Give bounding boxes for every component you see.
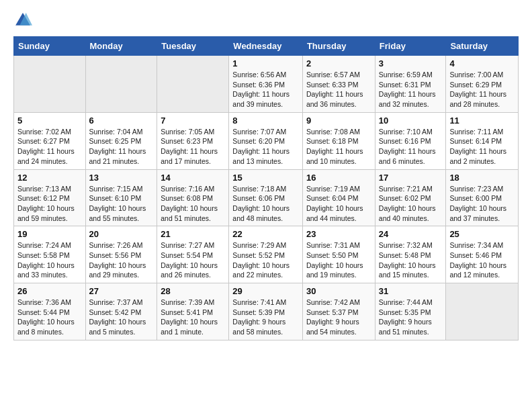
day-info: Sunrise: 7:37 AM Sunset: 5:42 PM Dayligh… [89,298,154,337]
day-info: Sunrise: 7:02 AM Sunset: 6:27 PM Dayligh… [17,127,82,167]
day-info: Sunrise: 7:21 AM Sunset: 6:02 PM Dayligh… [379,184,443,224]
day-header-sunday: Sunday [14,37,86,56]
day-cell-19: 19Sunrise: 7:24 AM Sunset: 5:58 PM Dayli… [14,226,86,283]
day-number: 24 [379,229,443,239]
day-cell-3: 3Sunrise: 6:59 AM Sunset: 6:31 PM Daylig… [375,56,446,113]
day-header-monday: Monday [85,37,157,56]
empty-cell [446,283,519,340]
day-number: 6 [89,116,154,126]
day-cell-28: 28Sunrise: 7:39 AM Sunset: 5:41 PM Dayli… [157,283,229,340]
day-cell-21: 21Sunrise: 7:27 AM Sunset: 5:54 PM Dayli… [157,226,229,283]
day-number: 12 [17,173,82,183]
day-number: 27 [89,286,154,296]
week-row-4: 19Sunrise: 7:24 AM Sunset: 5:58 PM Dayli… [14,226,519,283]
day-number: 26 [17,286,82,296]
day-cell-5: 5Sunrise: 7:02 AM Sunset: 6:27 PM Daylig… [14,112,86,169]
day-info: Sunrise: 7:42 AM Sunset: 5:37 PM Dayligh… [306,298,371,337]
day-cell-1: 1Sunrise: 6:56 AM Sunset: 6:36 PM Daylig… [229,56,303,113]
day-cell-12: 12Sunrise: 7:13 AM Sunset: 6:12 PM Dayli… [14,169,86,226]
day-number: 31 [379,286,443,296]
day-info: Sunrise: 7:24 AM Sunset: 5:58 PM Dayligh… [17,240,82,280]
day-info: Sunrise: 7:44 AM Sunset: 5:35 PM Dayligh… [379,298,443,337]
day-number: 7 [161,116,225,126]
day-info: Sunrise: 7:31 AM Sunset: 5:50 PM Dayligh… [306,240,371,280]
day-info: Sunrise: 7:34 AM Sunset: 5:46 PM Dayligh… [449,240,515,280]
day-header-wednesday: Wednesday [229,37,303,56]
day-cell-22: 22Sunrise: 7:29 AM Sunset: 5:52 PM Dayli… [229,226,303,283]
day-cell-24: 24Sunrise: 7:32 AM Sunset: 5:48 PM Dayli… [375,226,446,283]
day-number: 16 [306,173,371,183]
day-info: Sunrise: 7:32 AM Sunset: 5:48 PM Dayligh… [379,240,443,280]
logo-icon [13,11,32,30]
day-info: Sunrise: 7:05 AM Sunset: 6:23 PM Dayligh… [161,127,225,167]
logo [13,11,35,30]
day-info: Sunrise: 6:57 AM Sunset: 6:33 PM Dayligh… [306,70,371,109]
day-info: Sunrise: 7:19 AM Sunset: 6:04 PM Dayligh… [306,184,371,224]
day-number: 5 [17,116,82,126]
day-info: Sunrise: 7:07 AM Sunset: 6:20 PM Dayligh… [232,127,299,167]
day-header-tuesday: Tuesday [157,37,229,56]
empty-cell [14,56,86,113]
empty-cell [157,56,229,113]
day-cell-29: 29Sunrise: 7:41 AM Sunset: 5:39 PM Dayli… [229,283,303,340]
day-number: 13 [89,173,154,183]
week-row-2: 5Sunrise: 7:02 AM Sunset: 6:27 PM Daylig… [14,112,519,169]
day-info: Sunrise: 7:00 AM Sunset: 6:29 PM Dayligh… [449,70,515,109]
day-info: Sunrise: 7:39 AM Sunset: 5:41 PM Dayligh… [161,298,225,337]
week-row-1: 1Sunrise: 6:56 AM Sunset: 6:36 PM Daylig… [14,56,519,113]
day-header-thursday: Thursday [302,37,375,56]
calendar-table: SundayMondayTuesdayWednesdayThursdayFrid… [13,36,519,340]
day-cell-4: 4Sunrise: 7:00 AM Sunset: 6:29 PM Daylig… [446,56,519,113]
day-cell-15: 15Sunrise: 7:18 AM Sunset: 6:06 PM Dayli… [229,169,303,226]
week-row-3: 12Sunrise: 7:13 AM Sunset: 6:12 PM Dayli… [14,169,519,226]
day-number: 3 [379,58,443,68]
day-info: Sunrise: 6:59 AM Sunset: 6:31 PM Dayligh… [379,70,443,109]
day-cell-10: 10Sunrise: 7:10 AM Sunset: 6:16 PM Dayli… [375,112,446,169]
day-cell-27: 27Sunrise: 7:37 AM Sunset: 5:42 PM Dayli… [85,283,157,340]
day-number: 20 [89,229,154,239]
day-cell-11: 11Sunrise: 7:11 AM Sunset: 6:14 PM Dayli… [446,112,519,169]
day-cell-23: 23Sunrise: 7:31 AM Sunset: 5:50 PM Dayli… [302,226,375,283]
day-number: 15 [232,173,299,183]
day-info: Sunrise: 7:15 AM Sunset: 6:10 PM Dayligh… [89,184,154,224]
day-number: 10 [379,116,443,126]
day-cell-20: 20Sunrise: 7:26 AM Sunset: 5:56 PM Dayli… [85,226,157,283]
day-header-saturday: Saturday [446,37,519,56]
day-info: Sunrise: 7:29 AM Sunset: 5:52 PM Dayligh… [232,240,299,280]
day-info: Sunrise: 7:41 AM Sunset: 5:39 PM Dayligh… [232,298,299,337]
day-cell-6: 6Sunrise: 7:04 AM Sunset: 6:25 PM Daylig… [85,112,157,169]
day-number: 18 [449,173,515,183]
day-cell-31: 31Sunrise: 7:44 AM Sunset: 5:35 PM Dayli… [375,283,446,340]
day-number: 22 [232,229,299,239]
day-number: 2 [306,58,371,68]
day-number: 4 [449,58,515,68]
day-number: 25 [449,229,515,239]
day-number: 9 [306,116,371,126]
week-row-5: 26Sunrise: 7:36 AM Sunset: 5:44 PM Dayli… [14,283,519,340]
day-number: 8 [232,116,299,126]
day-number: 29 [232,286,299,296]
day-number: 23 [306,229,371,239]
day-number: 28 [161,286,225,296]
day-cell-7: 7Sunrise: 7:05 AM Sunset: 6:23 PM Daylig… [157,112,229,169]
day-info: Sunrise: 7:23 AM Sunset: 6:00 PM Dayligh… [449,184,515,224]
day-number: 19 [17,229,82,239]
day-info: Sunrise: 7:16 AM Sunset: 6:08 PM Dayligh… [161,184,225,224]
day-number: 1 [232,58,299,68]
day-cell-8: 8Sunrise: 7:07 AM Sunset: 6:20 PM Daylig… [229,112,303,169]
day-cell-13: 13Sunrise: 7:15 AM Sunset: 6:10 PM Dayli… [85,169,157,226]
day-number: 21 [161,229,225,239]
day-number: 14 [161,173,225,183]
day-info: Sunrise: 7:04 AM Sunset: 6:25 PM Dayligh… [89,127,154,167]
day-cell-25: 25Sunrise: 7:34 AM Sunset: 5:46 PM Dayli… [446,226,519,283]
day-number: 17 [379,173,443,183]
day-info: Sunrise: 7:13 AM Sunset: 6:12 PM Dayligh… [17,184,82,224]
header-row [13,11,519,30]
day-cell-14: 14Sunrise: 7:16 AM Sunset: 6:08 PM Dayli… [157,169,229,226]
day-info: Sunrise: 7:08 AM Sunset: 6:18 PM Dayligh… [306,127,371,167]
day-cell-2: 2Sunrise: 6:57 AM Sunset: 6:33 PM Daylig… [302,56,375,113]
day-cell-9: 9Sunrise: 7:08 AM Sunset: 6:18 PM Daylig… [302,112,375,169]
calendar-container: SundayMondayTuesdayWednesdayThursdayFrid… [0,0,532,351]
day-info: Sunrise: 7:27 AM Sunset: 5:54 PM Dayligh… [161,240,225,280]
day-info: Sunrise: 7:10 AM Sunset: 6:16 PM Dayligh… [379,127,443,167]
